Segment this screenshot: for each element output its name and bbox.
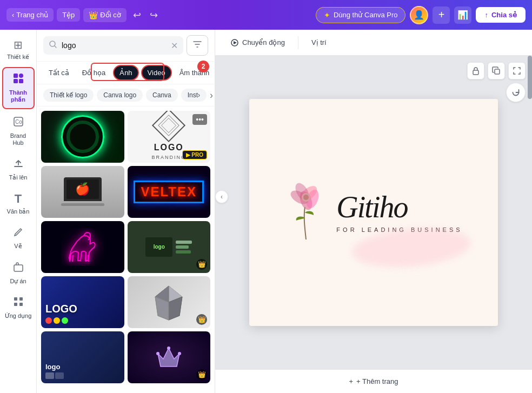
add-page-button[interactable]: + + Thêm trang [349,377,398,385]
refresh-button[interactable] [506,83,526,102]
undo-button[interactable]: ↩ [130,7,144,23]
sidebar-item-ve[interactable]: Vẽ [2,222,35,254]
sidebar-label-thanh-phan: Thành phần [5,89,31,103]
grid-item-veltex[interactable]: VELTEX [128,166,211,218]
search-bar: ✕ [37,30,215,62]
svg-rect-22 [473,70,478,75]
canvas-wrapper: Gitiho FOR LEADING BUSINESS [215,56,532,369]
stats-button[interactable]: 📊 [454,6,471,24]
motion-button[interactable]: Chuyển động [224,35,291,50]
svg-rect-7 [14,297,17,301]
upload-icon [12,157,24,172]
svg-rect-1 [19,74,23,78]
grid-item-crown-logo[interactable]: 👑 [128,331,211,383]
svg-rect-10 [19,303,23,306]
redo-button[interactable]: ↪ [147,7,161,23]
left-sidebar: ⊞ Thiết kế Thành phần Co Brand [0,30,37,393]
grid-item-apple-mac[interactable]: 🍎 [41,166,124,218]
grid-item-logo-branding[interactable]: LOGO BRANDING ••• ▶ PRO [128,111,211,163]
motion-label: Chuyển động [242,38,285,46]
lock-button[interactable] [467,62,484,79]
canvas-frame[interactable]: Gitiho FOR LEADING BUSINESS [249,99,498,326]
sidebar-item-van-ban[interactable]: T Văn bản [2,188,35,219]
sidebar-item-thiet-ke[interactable]: ⊞ Thiết kế [2,34,35,65]
tabs-wrapper: Tất cả Đồ họa Ảnh Video Âm thanh › 2 → [37,62,215,84]
topbar-left: ‹ Trang chủ Tệp 👑 Đổi cờ ↩ ↪ [6,7,161,23]
try-pro-label: Dùng thử Canva Pro [334,11,398,19]
search-input[interactable] [62,41,167,50]
copy-button[interactable] [488,62,505,79]
logo-text-area: Gitiho FOR LEADING BUSINESS [336,192,462,233]
filter-button[interactable] [187,35,208,56]
tab-video[interactable]: Video [141,65,172,81]
expand-button[interactable] [508,62,526,79]
sidebar-item-brand-hub[interactable]: Co Brand Hub [2,111,35,151]
file-label: Tệp [62,11,75,19]
suggestion-insta[interactable]: Inst› [181,89,207,102]
topbar-right: ✦ Dùng thử Canva Pro 👤 + 📊 ↑ Chia sẻ [316,6,526,24]
svg-rect-8 [19,297,23,301]
svg-rect-23 [495,69,500,74]
expand-icon [513,66,521,75]
clear-search-icon[interactable]: ✕ [171,41,178,51]
svg-rect-3 [19,79,23,83]
search-icon [49,40,57,51]
try-pro-button[interactable]: ✦ Dùng thử Canva Pro [316,7,406,23]
share-button[interactable]: ↑ Chia sẻ [476,7,526,23]
add-page-bar: + + Thêm trang [215,369,532,393]
grid-item-workspace[interactable]: logo [41,331,124,383]
vertical-scrollbar[interactable] [528,56,532,369]
lock-icon [472,66,480,75]
suggestions-row: Thiết kế logo Canva logo Canva Inst› › [37,84,215,106]
flower-illustration [284,180,328,245]
search-input-wrap[interactable]: ✕ [43,36,183,55]
tab-tat-ca[interactable]: Tất cả [43,66,75,79]
add-page-label: + Thêm trang [356,377,398,385]
file-button[interactable]: Tệp [57,8,80,22]
grid-item-crystal[interactable]: 👑 [128,276,211,328]
grid-item-logo-blue[interactable]: LOGO [41,276,124,328]
plus-icon: + [349,377,353,385]
sidebar-item-tai-len[interactable]: Tải lên [2,153,35,185]
tab-do-hoa[interactable]: Đồ họa [77,66,111,79]
position-button[interactable]: Vị trí [305,35,333,50]
annotation-2: 2 [197,61,209,72]
grid-item-logo-desk[interactable]: logo 👑 [128,221,211,273]
avatar[interactable]: 👤 [410,6,428,24]
grid-item-neon-horse[interactable] [41,221,124,273]
suggestion-thiet-ke-logo[interactable]: Thiết kế logo [43,89,94,102]
crown-icon: 👑 [89,11,98,19]
back-button[interactable]: ‹ Trang chủ [6,8,54,22]
sidebar-label-tai-len: Tải lên [9,174,28,181]
sidebar-label-brand-hub: Brand Hub [4,132,32,146]
grid-item-neon-green[interactable] [41,111,124,163]
svg-text:Co: Co [15,119,22,125]
toolbar-divider [298,36,298,49]
upgrade-label: Đổi cờ [100,11,121,19]
sidebar-label-du-an: Dự án [10,278,26,285]
add-button[interactable]: + [433,6,450,24]
suggestion-canva[interactable]: Canva [146,89,178,102]
copy-icon [492,66,501,75]
float-toolbar-right [467,62,526,79]
collapse-panel-button[interactable]: ‹ [215,190,228,203]
svg-point-30 [303,195,309,200]
canvas-area: Chuyển động Vị trí [215,30,532,393]
search-panel: 1 ✕ Tất cả [37,30,215,393]
share-icon: ↑ [484,11,488,19]
grid-area: LOGO BRANDING ••• ▶ PRO � [37,106,215,393]
suggestion-canva-logo[interactable]: Canva logo [97,89,143,102]
main-layout: ⊞ Thiết kế Thành phần Co Brand [0,30,532,393]
sidebar-item-thanh-phan[interactable]: Thành phần [2,67,35,109]
sidebar-item-du-an[interactable]: Dự án [2,257,35,289]
scrollbar-thumb [528,56,532,99]
upgrade-button[interactable]: 👑 Đổi cờ [83,8,126,22]
sidebar-label-ve: Vẽ [14,243,22,250]
suggestions-more-button[interactable]: › [210,90,213,101]
tab-anh[interactable]: Ảnh [113,65,138,81]
sidebar-item-ung-dung[interactable]: Ứng dụng [2,291,35,324]
position-label: Vị trí [311,38,327,46]
apps-icon [12,296,24,310]
design-icon: ⊞ [14,38,23,51]
elements-icon [12,72,24,87]
